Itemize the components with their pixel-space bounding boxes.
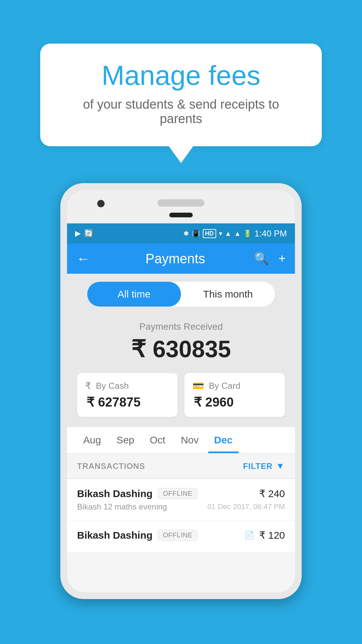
by-card-header: 💳 By Card (192, 380, 277, 391)
payments-label: Payments Received (77, 321, 285, 332)
add-button[interactable]: + (279, 252, 286, 266)
vibrate-icon: 📳 (192, 229, 200, 237)
by-cash-amount: ₹ 627875 (86, 395, 170, 410)
filter-tabs-section: All time This month (67, 274, 295, 315)
app-bar: ← Payments 🔍 + (67, 244, 295, 274)
by-cash-label: By Cash (96, 381, 129, 391)
transaction-left-1: Bikash Dashing OFFLINE (77, 488, 197, 499)
transactions-header: TRANSACTIONS FILTER ▼ (67, 453, 295, 479)
status-time: 1:40 PM (254, 228, 287, 239)
month-tab-dec[interactable]: Dec (208, 427, 239, 453)
app-bar-actions: 🔍 + (254, 252, 286, 266)
transaction-row-1: Bikash Dashing OFFLINE ₹ 240 Bikash 12 m… (67, 479, 295, 521)
cards-row: ₹ By Cash ₹ 627875 💳 By Card ₹ 2960 (67, 373, 295, 427)
status-left-icons: ▶ 🔄 (75, 229, 93, 238)
phone-earpiece (169, 213, 193, 217)
transaction-bottom-1: Bikash 12 maths evening 01 Dec 2017, 06:… (77, 502, 285, 512)
payments-amount: ₹ 630835 (77, 335, 285, 363)
phone-inner: ▶ 🔄 ✱ 📳 HD ▾ ▲ ▲ 🔋 1:40 PM ← Payments (67, 190, 295, 592)
month-tab-oct[interactable]: Oct (144, 427, 172, 453)
filter-icon: ▼ (276, 461, 285, 471)
cash-icon: ₹ (85, 380, 91, 391)
youtube-icon: ▶ (75, 229, 81, 238)
by-card-card: 💳 By Card ₹ 2960 (184, 373, 285, 417)
bubble-subtitle: of your students & send receipts to pare… (67, 97, 295, 126)
transactions-label: TRANSACTIONS (77, 462, 145, 471)
signal-icon: ▲ (225, 230, 232, 237)
bubble-title: Manage fees (67, 60, 295, 91)
transaction-amount-1: ₹ 240 (259, 488, 285, 499)
transaction-sub-1: Bikash 12 maths evening (77, 502, 167, 512)
doc-icon-2: 📄 (244, 531, 254, 540)
card-icon: 💳 (192, 380, 204, 391)
month-tabs: Aug Sep Oct Nov Dec (67, 427, 295, 453)
offline-badge-1: OFFLINE (158, 488, 197, 499)
tabs-container: All time This month (87, 282, 275, 307)
transaction-top-2: Bikash Dashing OFFLINE 📄 ₹ 120 (77, 529, 285, 541)
phone-speaker (158, 199, 204, 207)
app-icon: 🔄 (84, 229, 93, 238)
transaction-date-1: 01 Dec 2017, 06:47 PM (207, 502, 285, 511)
by-cash-card: ₹ By Cash ₹ 627875 (77, 373, 178, 417)
tab-this-month[interactable]: This month (181, 282, 275, 307)
by-card-label: By Card (209, 381, 240, 391)
transaction-name-2: Bikash Dashing (77, 530, 153, 541)
transaction-left-2: Bikash Dashing OFFLINE (77, 530, 197, 541)
phone-camera (97, 200, 105, 207)
transaction-amount-2: ₹ 120 (259, 529, 285, 541)
speech-bubble: Manage fees of your students & send rece… (40, 44, 322, 146)
phone-frame: ▶ 🔄 ✱ 📳 HD ▾ ▲ ▲ 🔋 1:40 PM ← Payments (60, 183, 302, 599)
transaction-top-1: Bikash Dashing OFFLINE ₹ 240 (77, 488, 285, 499)
month-tab-nov[interactable]: Nov (175, 427, 204, 453)
tab-all-time[interactable]: All time (87, 282, 181, 307)
month-tab-sep[interactable]: Sep (110, 427, 140, 453)
offline-badge-2: OFFLINE (158, 530, 197, 541)
status-right-icons: ✱ 📳 HD ▾ ▲ ▲ 🔋 1:40 PM (183, 228, 287, 239)
bluetooth-icon: ✱ (183, 229, 189, 237)
filter-label: FILTER (243, 462, 273, 471)
back-button[interactable]: ← (76, 251, 90, 266)
hd-badge: HD (203, 229, 216, 238)
battery-icon: 🔋 (243, 229, 252, 237)
status-bar: ▶ 🔄 ✱ 📳 HD ▾ ▲ ▲ 🔋 1:40 PM (67, 223, 295, 244)
payments-section: Payments Received ₹ 630835 (67, 315, 295, 373)
transaction-row-2: Bikash Dashing OFFLINE 📄 ₹ 120 (67, 521, 295, 553)
phone-screen: ▶ 🔄 ✱ 📳 HD ▾ ▲ ▲ 🔋 1:40 PM ← Payments (67, 223, 295, 592)
wifi-icon: ▾ (219, 229, 222, 237)
signal2-icon: ▲ (234, 230, 241, 237)
app-bar-title: Payments (97, 251, 254, 266)
by-card-amount: ₹ 2960 (194, 395, 277, 410)
search-button[interactable]: 🔍 (254, 252, 269, 266)
by-cash-header: ₹ By Cash (85, 380, 170, 391)
month-tab-aug[interactable]: Aug (77, 427, 107, 453)
transaction-name-1: Bikash Dashing (77, 488, 153, 499)
filter-button[interactable]: FILTER ▼ (243, 461, 285, 471)
